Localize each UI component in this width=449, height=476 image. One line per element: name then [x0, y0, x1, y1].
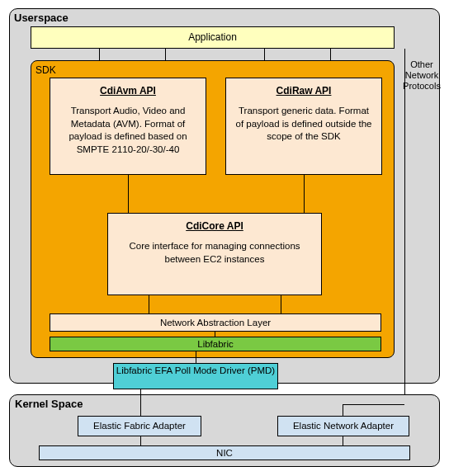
elastic-fabric-adapter-box: Elastic Fabric Adapter	[78, 416, 201, 436]
cdicore-title: CdiCore API	[118, 220, 311, 232]
connector	[343, 404, 404, 405]
cdiavm-api-box: CdiAvm API Transport Audio, Video and Me…	[50, 78, 206, 175]
libfabric-pmd-box: Libfabric EFA Poll Mode Driver (PMD)	[113, 363, 278, 389]
libfabric-box: Libfabric	[50, 337, 381, 351]
userspace-title: Userspace	[14, 12, 97, 25]
nic-box: NIC	[39, 445, 410, 460]
connector	[343, 404, 343, 416]
connector	[343, 436, 343, 445]
application-box: Application	[31, 26, 395, 49]
cdicore-api-box: CdiCore API Core interface for managing …	[107, 213, 322, 295]
kernel-space-title: Kernel Space	[15, 398, 97, 411]
cdiraw-desc: Transport generic data. Format of payloa…	[234, 105, 373, 144]
elastic-network-adapter-box: Elastic Network Adapter	[277, 416, 409, 436]
cdiavm-title: CdiAvm API	[59, 85, 197, 97]
architecture-diagram: Userspace Application Other Network Prot…	[0, 0, 449, 476]
cdiraw-api-box: CdiRaw API Transport generic data. Forma…	[225, 78, 382, 175]
connector	[140, 389, 141, 416]
sdk-title: SDK	[35, 64, 77, 78]
cdiavm-desc: Transport Audio, Video and Metadata (AVM…	[59, 105, 197, 156]
connector	[281, 295, 281, 313]
connector	[196, 351, 196, 363]
other-network-protocols-label: Other Network Protocols	[399, 59, 444, 105]
network-abstraction-layer-box: Network Abstraction Layer	[50, 313, 381, 332]
connector	[149, 295, 149, 313]
connector	[140, 436, 141, 445]
cdiraw-title: CdiRaw API	[234, 85, 373, 97]
cdicore-desc: Core interface for managing connections …	[118, 240, 311, 266]
